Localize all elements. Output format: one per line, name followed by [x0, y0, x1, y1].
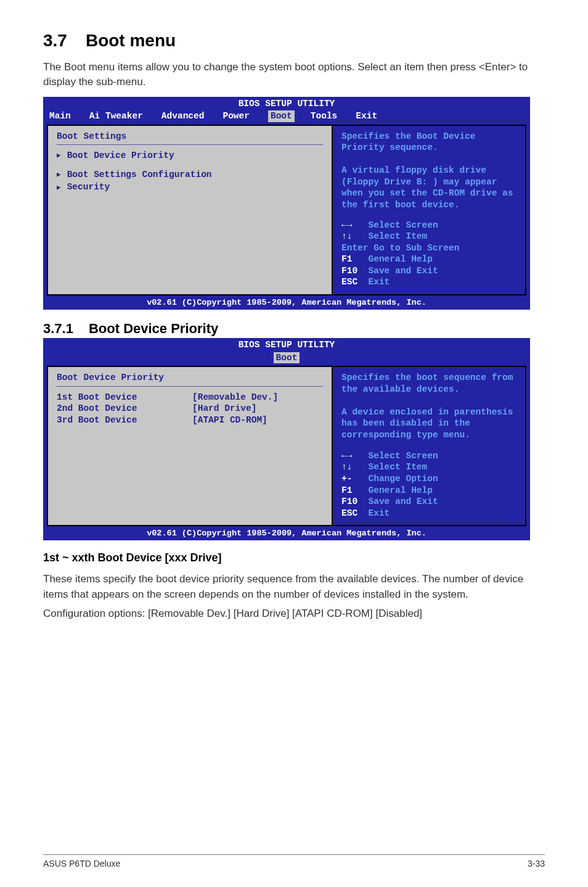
- section-title: Boot menu: [86, 31, 176, 50]
- triangle-icon: ▶: [57, 151, 61, 160]
- bios-title: BIOS SETUP UTILITY: [43, 338, 530, 351]
- triangle-icon: ▶: [57, 170, 61, 179]
- legend-exit: Exit: [369, 508, 390, 518]
- bios-menubar: Main Ai Tweaker Advanced Power Boot Tool…: [43, 109, 530, 125]
- divider: [57, 386, 323, 387]
- subsection-heading: 3.7.1Boot Device Priority: [43, 321, 545, 337]
- body-paragraph-1: These items specify the boot device prio…: [43, 572, 545, 602]
- legend: ←→ Select Screen ↑↓ Select Item +- Chang…: [341, 450, 519, 519]
- menu-item-label: Boot Device Priority: [67, 150, 174, 162]
- bios-screen-boot-device-priority: BIOS SETUP UTILITY Boot Boot Device Prio…: [43, 338, 530, 540]
- tab-exit[interactable]: Exit: [356, 110, 377, 122]
- setting-3rd-boot-device[interactable]: 3rd Boot Device [ATAPI CD-ROM]: [57, 415, 323, 426]
- menu-item-label: Boot Settings Configuration: [67, 169, 212, 181]
- arrows-icon: ←→: [341, 220, 369, 230]
- setting-value: [Hard Drive]: [192, 403, 256, 415]
- f1-key: F1: [341, 485, 352, 495]
- arrows-icon: ←→: [341, 451, 369, 461]
- tab-boot[interactable]: Boot: [268, 110, 295, 122]
- tab-advanced[interactable]: Advanced: [161, 110, 205, 122]
- f10-key: F10: [341, 497, 357, 506]
- f1-key: F1: [341, 254, 352, 264]
- setting-2nd-boot-device[interactable]: 2nd Boot Device [Hard Drive]: [57, 403, 323, 415]
- menu-item-boot-settings-configuration[interactable]: ▶ Boot Settings Configuration: [57, 169, 323, 181]
- bios-title: BIOS SETUP UTILITY: [43, 97, 530, 110]
- help-text: Specifies the boot sequence from the ava…: [341, 372, 519, 442]
- bios-copyright: v02.61 (C)Copyright 1985-2009, American …: [43, 526, 530, 540]
- bios-right-panel: Specifies the Boot Device Priority seque…: [332, 125, 526, 295]
- tab-boot[interactable]: Boot: [274, 352, 300, 364]
- plusminus-key: +-: [341, 474, 352, 484]
- bios-copyright: v02.61 (C)Copyright 1985-2009, American …: [43, 295, 530, 310]
- menu-item-boot-device-priority[interactable]: ▶ Boot Device Priority: [57, 150, 323, 162]
- subsection-number: 3.7.1: [43, 321, 73, 337]
- esc-key: ESC: [341, 277, 357, 287]
- menu-item-label: Security: [67, 181, 110, 193]
- bios-left-panel: Boot Device Priority 1st Boot Device [Re…: [47, 366, 332, 526]
- setting-label: 1st Boot Device: [57, 392, 192, 403]
- bios-right-panel: Specifies the boot sequence from the ava…: [332, 366, 526, 526]
- setting-label: 3rd Boot Device: [57, 415, 192, 426]
- tab-power[interactable]: Power: [223, 110, 250, 122]
- help-text: Specifies the Boot Device Priority seque…: [341, 131, 519, 211]
- legend: ←→ Select Screen ↑↓ Select Item Enter Go…: [341, 220, 519, 288]
- setting-value: [Removable Dev.]: [192, 392, 278, 403]
- panel-title: Boot Settings: [57, 131, 323, 142]
- bios-left-panel: Boot Settings ▶ Boot Device Priority ▶ B…: [47, 125, 332, 295]
- triangle-icon: ▶: [57, 183, 61, 192]
- config-heading: 1st ~ xxth Boot Device [xxx Drive]: [43, 551, 545, 564]
- panel-title: Boot Device Priority: [57, 372, 323, 384]
- setting-1st-boot-device[interactable]: 1st Boot Device [Removable Dev.]: [57, 392, 323, 403]
- setting-value: [ATAPI CD-ROM]: [192, 415, 267, 426]
- legend-general-help: General Help: [369, 485, 433, 495]
- bios-screen-boot-settings: BIOS SETUP UTILITY Main Ai Tweaker Advan…: [43, 97, 530, 310]
- body-paragraph-2: Configuration options: [Removable Dev.] …: [43, 606, 545, 622]
- f10-key: F10: [341, 266, 357, 276]
- legend-save-exit: Save and Exit: [369, 497, 438, 506]
- updown-icon: ↑↓: [341, 462, 369, 472]
- tab-ai-tweaker[interactable]: Ai Tweaker: [89, 110, 143, 122]
- legend-select-item: Select Item: [369, 231, 428, 241]
- section-number: 3.7: [43, 31, 67, 51]
- legend-enter-sub: Enter Go to Sub Screen: [341, 243, 459, 253]
- legend-select-screen: Select Screen: [369, 220, 438, 230]
- legend-general-help: General Help: [369, 254, 433, 264]
- divider: [57, 144, 323, 145]
- bios-menubar: Boot: [43, 351, 530, 366]
- legend-select-item: Select Item: [369, 462, 428, 472]
- legend-change-option: Change Option: [369, 474, 438, 484]
- legend-save-exit: Save and Exit: [369, 266, 438, 276]
- esc-key: ESC: [341, 508, 357, 518]
- updown-icon: ↑↓: [341, 231, 369, 241]
- tab-main[interactable]: Main: [49, 110, 71, 122]
- setting-label: 2nd Boot Device: [57, 403, 192, 415]
- intro-text: The Boot menu items allow you to change …: [43, 60, 545, 89]
- menu-item-security[interactable]: ▶ Security: [57, 181, 323, 193]
- tab-tools[interactable]: Tools: [311, 110, 338, 122]
- subsection-title: Boot Device Priority: [89, 321, 218, 336]
- page-heading: 3.7Boot menu: [43, 31, 545, 51]
- legend-exit: Exit: [369, 277, 390, 287]
- legend-select-screen: Select Screen: [369, 451, 438, 461]
